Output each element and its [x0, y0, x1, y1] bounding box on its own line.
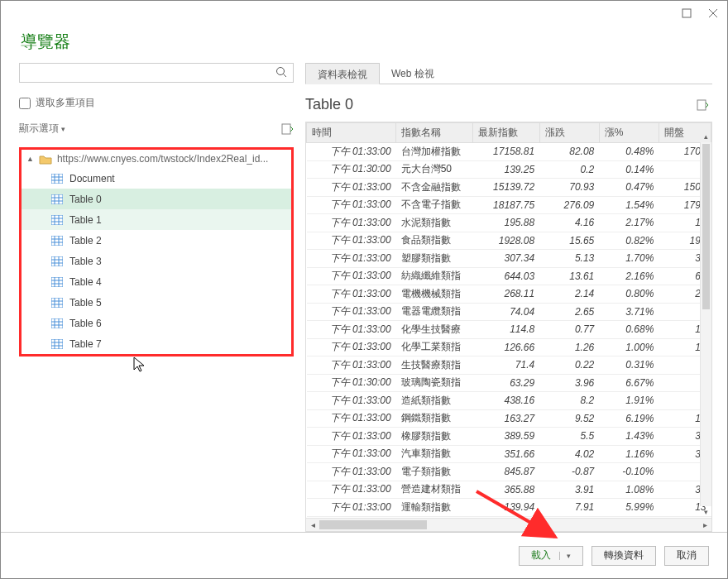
table-row[interactable]: 下午 01:33:00紡織纖維類指644.0313.612.16%62: [307, 267, 711, 285]
cell-time: 下午 01:33:00: [307, 445, 396, 463]
collapse-icon[interactable]: ▲: [26, 155, 34, 163]
column-header[interactable]: 時間: [307, 123, 396, 143]
table-row[interactable]: 下午 01:33:00汽車類指數351.664.021.16%34: [307, 445, 711, 463]
table-row[interactable]: 下午 01:33:00塑膠類指數307.345.131.70%30: [307, 250, 711, 268]
tree-root[interactable]: ▲ https://www.cnyes.com/twstock/Index2Re…: [22, 150, 291, 168]
table-row[interactable]: 下午 01:30:00元大台灣50139.250.20.14%1: [307, 160, 711, 179]
display-options-dropdown[interactable]: 顯示選項 ▾: [19, 122, 65, 136]
table-row[interactable]: 下午 01:33:00電器電纜類指74.042.653.71%7: [307, 303, 711, 321]
tab-table-view[interactable]: 資料表檢視: [305, 63, 380, 84]
column-header[interactable]: 漲%: [599, 123, 659, 143]
cancel-button[interactable]: 取消: [664, 546, 709, 566]
cell-value: 438.16: [472, 392, 539, 410]
cell-name: 造紙類指數: [396, 392, 472, 410]
table-row[interactable]: 下午 01:33:00台灣加權指數17158.8182.080.48%1702: [307, 143, 711, 161]
cell-value: 71.4: [472, 356, 539, 375]
svg-rect-51: [697, 100, 706, 110]
transform-button[interactable]: 轉換資料: [592, 546, 656, 566]
cell-change: 5.5: [539, 428, 599, 446]
search-box[interactable]: [19, 63, 294, 83]
load-dropdown-icon[interactable]: ▾: [559, 552, 571, 560]
scroll-up-icon[interactable]: ▴: [701, 131, 711, 142]
cell-name: 電機機械類指: [396, 285, 472, 304]
table-row[interactable]: 下午 01:33:00橡膠類指數389.595.51.43%38: [307, 428, 711, 446]
cell-name: 鋼鐵類指數: [396, 409, 472, 428]
refresh-preview-icon[interactable]: [696, 98, 709, 112]
close-button[interactable]: [706, 6, 721, 21]
cell-time: 下午 01:33:00: [307, 428, 396, 446]
table-row[interactable]: 下午 01:33:00造紙類指數438.168.21.91%4: [307, 392, 711, 410]
table-row[interactable]: 下午 01:33:00化學生技醫療114.80.770.68%11: [307, 321, 711, 339]
horizontal-scrollbar[interactable]: ◂ ▸: [306, 518, 711, 531]
column-header[interactable]: 漲跌: [539, 123, 599, 143]
tree-item-document[interactable]: Document: [22, 168, 291, 189]
cell-change: 70.93: [539, 179, 599, 197]
refresh-icon[interactable]: [280, 122, 294, 136]
folder-icon: [39, 154, 52, 165]
tree-item-table-3[interactable]: Table 3: [22, 251, 291, 271]
vscroll-thumb[interactable]: [702, 144, 710, 309]
dialog-header: 導覽器: [1, 31, 727, 63]
svg-point-3: [277, 67, 285, 74]
cell-pct: 0.48%: [599, 143, 659, 161]
table-row[interactable]: 下午 01:33:00營造建材類指365.883.911.08%36: [307, 481, 711, 499]
table-row[interactable]: 下午 01:33:00不含電子指數18187.75276.091.54%1792: [307, 196, 711, 214]
tree-view: ▲ https://www.cnyes.com/twstock/Index2Re…: [19, 147, 294, 356]
tree-item-table-4[interactable]: Table 4: [22, 271, 291, 292]
scroll-right-icon[interactable]: ▸: [698, 520, 711, 529]
vertical-scrollbar[interactable]: ▴ ▾: [700, 142, 711, 506]
cell-value: 389.59: [472, 428, 539, 446]
tree-item-table-7[interactable]: Table 7: [22, 333, 291, 354]
table-row[interactable]: 下午 01:33:00食品類指數1928.0815.650.82%191: [307, 232, 711, 250]
load-button[interactable]: 載入 ▾: [519, 546, 583, 566]
multi-select-row[interactable]: 選取多重項目: [19, 96, 294, 110]
cell-change: 82.08: [539, 143, 599, 161]
cell-name: 紡織纖維類指: [396, 267, 472, 285]
cell-change: 1.26: [539, 338, 599, 356]
cell-time: 下午 01:33:00: [307, 499, 396, 517]
table-row[interactable]: 下午 01:33:00不含金融指數15139.7270.930.47%1502: [307, 179, 711, 197]
tree-item-label: Table 5: [69, 297, 102, 309]
tree-item-table-0[interactable]: Table 0: [22, 189, 291, 209]
maximize-button[interactable]: [679, 6, 694, 21]
scroll-down-icon[interactable]: ▾: [701, 506, 711, 518]
svg-rect-26: [51, 256, 63, 266]
cell-change: 2.14: [539, 285, 599, 304]
table-row[interactable]: 下午 01:33:00運輸類指數139.947.915.99%13: [307, 499, 711, 517]
svg-rect-5: [282, 124, 290, 134]
cell-time: 下午 01:33:00: [307, 179, 396, 197]
svg-rect-16: [51, 215, 63, 225]
column-header[interactable]: 指數名稱: [396, 123, 472, 143]
tree-item-label: Table 2: [69, 235, 102, 246]
scroll-left-icon[interactable]: ◂: [306, 520, 319, 529]
table-icon: [51, 194, 63, 204]
cell-value: 163.27: [472, 409, 539, 428]
tab-web-view[interactable]: Web 檢視: [380, 63, 446, 84]
cell-time: 下午 01:33:00: [307, 250, 396, 268]
svg-rect-21: [51, 236, 63, 246]
table-row[interactable]: 下午 01:33:00電機機械類指268.112.140.80%26: [307, 285, 711, 304]
multi-select-checkbox[interactable]: [19, 98, 31, 109]
table-row[interactable]: 下午 01:33:00水泥類指數195.884.162.17%19: [307, 214, 711, 232]
column-header[interactable]: 最新指數: [472, 123, 539, 143]
table-row[interactable]: 下午 01:33:00鋼鐵類指數163.279.526.19%15: [307, 409, 711, 428]
tree-item-table-6[interactable]: Table 6: [22, 313, 291, 333]
table-row[interactable]: 下午 01:33:00生技醫療類指71.40.220.31%7: [307, 356, 711, 375]
cell-time: 下午 01:30:00: [307, 374, 396, 392]
tree-item-table-1[interactable]: Table 1: [22, 209, 291, 230]
table-row[interactable]: 下午 01:33:00化學工業類指126.661.261.00%12: [307, 338, 711, 356]
tree-item-table-5[interactable]: Table 5: [22, 292, 291, 313]
search-icon[interactable]: [275, 66, 288, 80]
tree-item-table-2[interactable]: Table 2: [22, 230, 291, 251]
cell-change: 2.65: [539, 303, 599, 321]
table-row[interactable]: 下午 01:33:00電子類指數845.87-0.87-0.10%8: [307, 463, 711, 481]
search-input[interactable]: [25, 66, 275, 79]
hscroll-thumb[interactable]: [319, 520, 427, 529]
svg-rect-36: [51, 298, 63, 308]
cell-change: 3.91: [539, 481, 599, 499]
cell-value: 351.66: [472, 445, 539, 463]
cell-value: 1928.08: [472, 232, 539, 250]
cell-change: 7.91: [539, 499, 599, 517]
table-row[interactable]: 下午 01:30:00玻璃陶瓷類指63.293.966.67%5: [307, 374, 711, 392]
cell-name: 橡膠類指數: [396, 428, 472, 446]
